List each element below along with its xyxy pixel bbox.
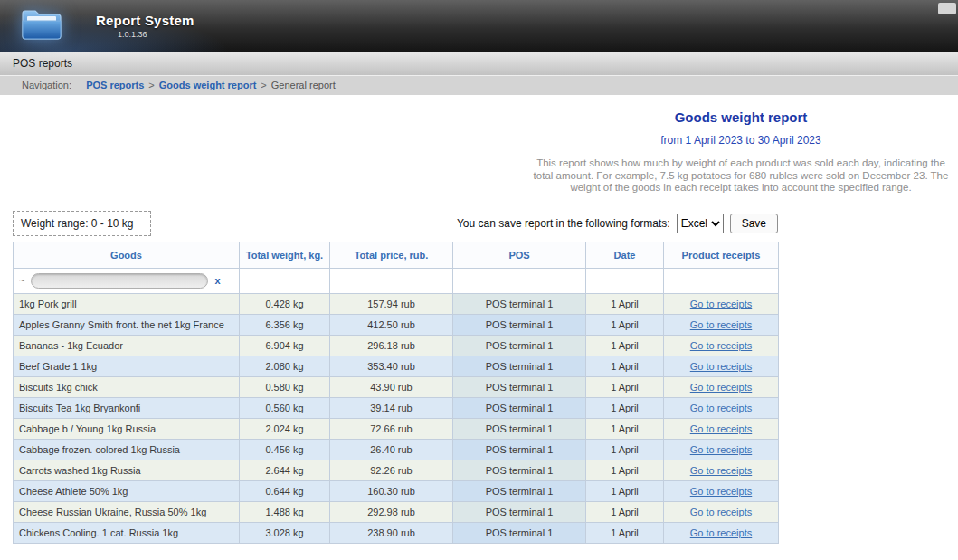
report-table-body: 1kg Pork grill 0.428 kg 157.94 rub POS t…: [14, 293, 779, 543]
price-cell: 92.26 rub: [330, 460, 453, 480]
date-cell: 1 April: [586, 356, 664, 376]
date-cell: 1 April: [586, 376, 664, 397]
goods-cell: Cheese Russian Ukraine, Russia 50% 1kg: [14, 501, 240, 522]
receipts-cell: Go to receipts: [664, 335, 779, 356]
weight-cell: 2.644 kg: [240, 460, 330, 480]
date-cell: 1 April: [586, 480, 664, 501]
go-to-receipts-link[interactable]: Go to receipts: [690, 382, 752, 393]
format-select[interactable]: Excel: [677, 214, 724, 233]
folder-icon: [20, 6, 63, 43]
goods-cell: Beef Grade 1 1kg: [14, 356, 240, 376]
weight-cell: 0.644 kg: [240, 480, 330, 501]
go-to-receipts-link[interactable]: Go to receipts: [690, 465, 752, 476]
goods-cell: Biscuits 1kg chick: [14, 376, 240, 397]
goods-filter-input[interactable]: [31, 273, 208, 289]
goods-cell: Biscuits Tea 1kg Bryankonfi: [14, 397, 240, 418]
breadcrumb-link-goods-weight-report[interactable]: Goods weight report: [159, 80, 257, 90]
go-to-receipts-link[interactable]: Go to receipts: [690, 340, 752, 351]
table-row: 1kg Pork grill 0.428 kg 157.94 rub POS t…: [14, 293, 779, 314]
price-cell: 160.30 rub: [330, 480, 453, 501]
table-header-row: Goods Total weight, kg. Total price, rub…: [14, 242, 779, 268]
pos-cell: POS terminal 1: [453, 293, 586, 314]
report-description: This report shows how much by weight of …: [526, 157, 956, 195]
table-row: Bananas - 1kg Ecuador 6.904 kg 296.18 ru…: [14, 335, 779, 356]
go-to-receipts-link[interactable]: Go to receipts: [690, 527, 752, 538]
date-cell: 1 April: [586, 522, 664, 543]
date-cell: 1 April: [586, 460, 664, 480]
price-cell: 412.50 rub: [330, 314, 453, 335]
goods-cell: Chickens Cooling. 1 cat. Russia 1kg: [14, 522, 240, 543]
go-to-receipts-link[interactable]: Go to receipts: [690, 361, 752, 372]
receipts-cell: Go to receipts: [664, 522, 779, 543]
go-to-receipts-link[interactable]: Go to receipts: [690, 444, 752, 455]
header-product-receipts: Product receipts: [664, 242, 779, 268]
date-cell: 1 April: [586, 439, 664, 460]
breadcrumb-separator: >: [148, 80, 154, 90]
save-button[interactable]: Save: [730, 214, 778, 233]
weight-cell: 3.028 kg: [240, 522, 330, 543]
date-cell: 1 April: [586, 501, 664, 522]
table-row: Cheese Russian Ukraine, Russia 50% 1kg 1…: [14, 501, 779, 522]
pos-cell: POS terminal 1: [453, 522, 586, 543]
goods-cell: Apples Granny Smith front. the net 1kg F…: [14, 314, 240, 335]
weight-cell: 0.580 kg: [240, 376, 330, 397]
price-cell: 292.98 rub: [330, 501, 453, 522]
tilde-label: ~: [19, 275, 24, 286]
receipts-cell: Go to receipts: [664, 376, 779, 397]
receipts-cell: Go to receipts: [664, 501, 779, 522]
price-cell: 353.40 rub: [330, 356, 453, 376]
table-row: Chickens Cooling. 1 cat. Russia 1kg 3.02…: [14, 522, 779, 543]
header-date: Date: [586, 242, 664, 268]
table-row: Cabbage frozen. colored 1kg Russia 0.456…: [14, 439, 779, 460]
pos-cell: POS terminal 1: [453, 460, 586, 480]
receipts-cell: Go to receipts: [664, 460, 779, 480]
controls-row: Weight range: 0 - 10 kg You can save rep…: [13, 211, 778, 236]
weight-cell: 6.904 kg: [240, 335, 330, 356]
date-cell: 1 April: [586, 418, 664, 439]
breadcrumb-link-pos-reports[interactable]: POS reports: [86, 80, 144, 90]
scrollbar-thumb[interactable]: [938, 3, 956, 14]
save-format-label: You can save report in the following for…: [457, 217, 670, 230]
receipts-cell: Go to receipts: [664, 314, 779, 335]
table-row: Biscuits 1kg chick 0.580 kg 43.90 rub PO…: [14, 376, 779, 397]
app-title-block: Report System 1.0.1.36: [96, 13, 194, 39]
date-cell: 1 April: [586, 335, 664, 356]
pos-cell: POS terminal 1: [453, 439, 586, 460]
price-cell: 72.66 rub: [330, 418, 453, 439]
receipts-cell: Go to receipts: [664, 293, 779, 314]
table-row: Biscuits Tea 1kg Bryankonfi 0.560 kg 39.…: [14, 397, 779, 418]
breadcrumb-label: Navigation:: [22, 80, 71, 90]
header-pos: POS: [453, 242, 586, 268]
weight-cell: 6.356 kg: [240, 314, 330, 335]
table-row: Beef Grade 1 1kg 2.080 kg 353.40 rub POS…: [14, 356, 779, 376]
app-header: Report System 1.0.1.36: [0, 0, 958, 52]
goods-cell: 1kg Pork grill: [14, 293, 240, 314]
price-cell: 39.14 rub: [330, 397, 453, 418]
goods-cell: Cabbage frozen. colored 1kg Russia: [14, 439, 240, 460]
table-row: Carrots washed 1kg Russia 2.644 kg 92.26…: [14, 460, 779, 480]
report-title: Goods weight report: [526, 109, 956, 125]
price-cell: 238.90 rub: [330, 522, 453, 543]
weight-cell: 2.024 kg: [240, 418, 330, 439]
breadcrumb: Navigation: POS reports>Goods weight rep…: [0, 75, 958, 95]
breadcrumb-current: General report: [271, 80, 336, 90]
go-to-receipts-link[interactable]: Go to receipts: [690, 507, 752, 517]
clear-filter-button[interactable]: x: [214, 275, 220, 286]
go-to-receipts-link[interactable]: Go to receipts: [690, 319, 752, 330]
goods-cell: Bananas - 1kg Ecuador: [14, 335, 240, 356]
breadcrumb-separator: >: [261, 80, 266, 90]
app-title: Report System: [96, 13, 194, 28]
weight-cell: 0.560 kg: [240, 397, 330, 418]
weight-cell: 0.456 kg: [240, 439, 330, 460]
table-row: Apples Granny Smith front. the net 1kg F…: [14, 314, 779, 335]
goods-cell: Cheese Athlete 50% 1kg: [14, 480, 240, 501]
go-to-receipts-link[interactable]: Go to receipts: [690, 486, 752, 497]
goods-filter: ~ x: [19, 273, 233, 289]
report-table: Goods Total weight, kg. Total price, rub…: [13, 242, 779, 544]
weight-range-box: Weight range: 0 - 10 kg: [13, 211, 151, 236]
go-to-receipts-link[interactable]: Go to receipts: [690, 403, 752, 413]
receipts-cell: Go to receipts: [664, 439, 779, 460]
go-to-receipts-link[interactable]: Go to receipts: [690, 423, 752, 434]
goods-cell: Carrots washed 1kg Russia: [14, 460, 240, 480]
go-to-receipts-link[interactable]: Go to receipts: [690, 299, 752, 309]
